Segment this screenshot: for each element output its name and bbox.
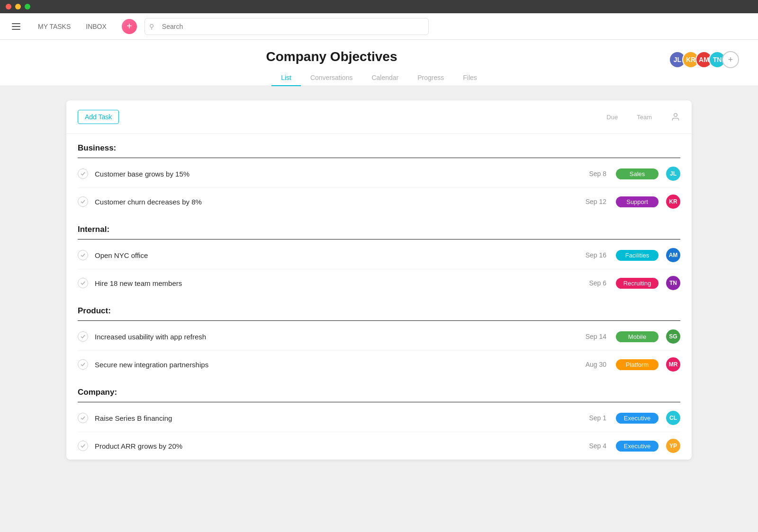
section-title-company: Company:: [78, 378, 680, 402]
task-due: Sep 6: [578, 279, 606, 287]
section-title-product: Product:: [78, 297, 680, 321]
minimize-icon[interactable]: [15, 4, 21, 9]
avatar: AM: [666, 248, 680, 262]
team-badge: Platform: [616, 359, 659, 370]
task-check-icon[interactable]: [78, 441, 88, 451]
task-card: Add Task Due Team Business:: [66, 100, 692, 460]
avatar: SG: [666, 329, 680, 344]
search-container: ⚲: [144, 18, 429, 35]
card-header: Add Task Due Team: [66, 100, 692, 134]
task-check-icon[interactable]: [78, 331, 88, 342]
person-icon: [671, 112, 680, 122]
task-check-icon[interactable]: [78, 168, 88, 179]
avatar: MR: [666, 357, 680, 372]
table-row: Increased usability with app refresh Sep…: [78, 323, 680, 351]
team-badge: Mobile: [616, 331, 659, 342]
section-product: Product: Increased usability with app re…: [66, 297, 692, 378]
avatar: YP: [666, 439, 680, 453]
task-due: Sep 1: [578, 414, 606, 422]
hamburger-icon: [12, 23, 20, 24]
page-title-row: Company Objectives JL KR AM TN +: [0, 49, 758, 70]
team-avatars: JL KR AM TN +: [669, 51, 739, 68]
section-title-business: Business:: [78, 134, 680, 158]
task-check-icon[interactable]: [78, 278, 88, 288]
avatar: TN: [666, 276, 680, 290]
task-due: Sep 4: [578, 442, 606, 450]
table-row: Raise Series B financing Sep 1 Executive…: [78, 404, 680, 432]
add-task-button[interactable]: Add Task: [78, 110, 119, 124]
task-name: Hire 18 new team members: [95, 279, 578, 287]
tab-calendar[interactable]: Calendar: [362, 70, 408, 86]
task-due: Sep 16: [578, 251, 606, 259]
table-row: Open NYC office Sep 16 Facilities AM: [78, 241, 680, 269]
table-row: Customer churn decreases by 8% Sep 12 Su…: [78, 188, 680, 215]
hamburger-icon: [12, 26, 20, 27]
task-name: Customer churn decreases by 8%: [95, 198, 578, 206]
task-due: Aug 30: [578, 361, 606, 368]
add-member-button[interactable]: +: [722, 51, 739, 68]
team-badge: Recruiting: [616, 278, 659, 289]
table-row: Hire 18 new team members Sep 6 Recruitin…: [78, 269, 680, 297]
table-row: Secure new integration partnerships Aug …: [78, 351, 680, 378]
tab-list[interactable]: List: [271, 70, 301, 86]
fullscreen-icon[interactable]: [25, 4, 30, 9]
page-header: Company Objectives JL KR AM TN + List Co…: [0, 40, 758, 86]
title-bar: [0, 0, 758, 13]
page-content: Company Objectives JL KR AM TN + List Co…: [0, 40, 758, 532]
task-check-icon[interactable]: [78, 196, 88, 207]
table-row: Product ARR grows by 20% Sep 4 Executive…: [78, 432, 680, 460]
avatar: KR: [666, 195, 680, 209]
add-button[interactable]: +: [122, 19, 137, 34]
svg-point-0: [674, 114, 677, 117]
inbox-link[interactable]: INBOX: [78, 13, 114, 40]
task-check-icon[interactable]: [78, 413, 88, 423]
tab-files[interactable]: Files: [453, 70, 487, 86]
section-company: Company: Raise Series B financing Sep 1 …: [66, 378, 692, 460]
search-icon: ⚲: [149, 23, 154, 30]
team-badge: Executive: [616, 413, 659, 424]
hamburger-button[interactable]: [8, 18, 25, 35]
team-badge: Sales: [616, 168, 659, 179]
task-check-icon[interactable]: [78, 250, 88, 260]
team-badge: Support: [616, 196, 659, 207]
table-row: Customer base grows by 15% Sep 8 Sales J…: [78, 160, 680, 188]
top-nav: MY TASKS INBOX + ⚲: [0, 13, 758, 40]
tab-nav: List Conversations Calendar Progress Fil…: [0, 70, 758, 86]
tab-conversations[interactable]: Conversations: [301, 70, 362, 86]
task-name: Increased usability with app refresh: [95, 333, 578, 341]
avatar: CL: [666, 411, 680, 425]
section-internal: Internal: Open NYC office Sep 16 Facilit…: [66, 215, 692, 297]
task-due: Sep 12: [578, 198, 606, 205]
team-badge: Executive: [616, 441, 659, 452]
close-icon[interactable]: [6, 4, 11, 9]
task-due: Sep 8: [578, 170, 606, 177]
task-name: Raise Series B financing: [95, 414, 578, 422]
main-content: Add Task Due Team Business:: [0, 86, 758, 474]
hamburger-icon: [12, 29, 20, 30]
search-input[interactable]: [144, 18, 429, 35]
task-check-icon[interactable]: [78, 359, 88, 370]
col-headers: Due Team: [606, 112, 680, 122]
avatar: JL: [666, 167, 680, 181]
section-business: Business: Customer base grows by 15% Sep…: [66, 134, 692, 215]
task-name: Secure new integration partnerships: [95, 361, 578, 369]
tab-progress[interactable]: Progress: [408, 70, 453, 86]
task-name: Customer base grows by 15%: [95, 170, 578, 178]
task-due: Sep 14: [578, 333, 606, 340]
team-badge: Facilities: [616, 250, 659, 261]
task-name: Product ARR grows by 20%: [95, 442, 578, 450]
page-title: Company Objectives: [0, 49, 663, 64]
col-header-team: Team: [637, 114, 652, 121]
task-name: Open NYC office: [95, 251, 578, 259]
section-title-internal: Internal:: [78, 215, 680, 239]
my-tasks-link[interactable]: MY TASKS: [30, 13, 78, 40]
col-header-due: Due: [606, 114, 618, 121]
